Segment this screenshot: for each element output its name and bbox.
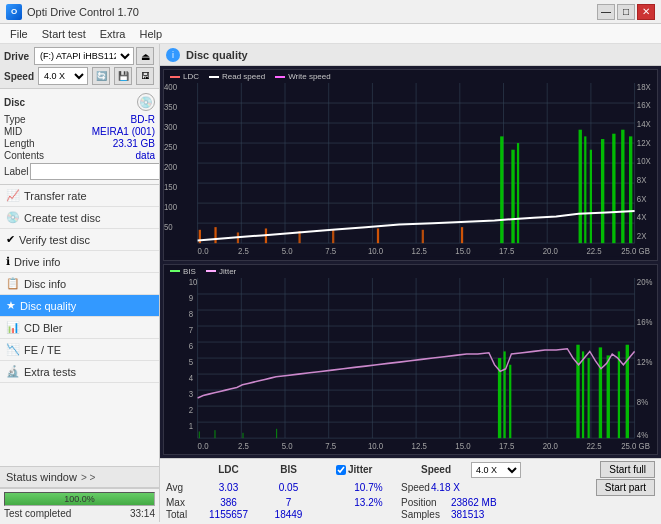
speed-label: Speed: [401, 482, 431, 493]
sidebar: Drive (F:) ATAPI iHBS112 2 CL0K ⏏ Speed …: [0, 44, 160, 522]
chart1-legend: LDC Read speed Write speed: [164, 70, 657, 83]
svg-rect-54: [621, 130, 624, 243]
disc-quality-icon: ★: [6, 299, 16, 312]
status-window-button[interactable]: Status window > >: [0, 467, 159, 488]
total-bis: 18449: [261, 509, 316, 520]
disc-quality-title: Disc quality: [186, 49, 248, 61]
svg-rect-105: [503, 351, 505, 438]
speed-select[interactable]: 4.0 X: [38, 67, 88, 85]
samples-value: 381513: [451, 509, 484, 520]
disc-label-label: Label: [4, 166, 28, 177]
svg-text:8X: 8X: [637, 174, 647, 185]
sidebar-disc-info-label: Disc info: [24, 278, 66, 290]
bis-legend-color: [170, 270, 180, 272]
max-label: Max: [166, 497, 196, 508]
menu-file[interactable]: File: [4, 27, 34, 41]
sidebar-transfer-rate-label: Transfer rate: [24, 190, 87, 202]
svg-text:16X: 16X: [637, 100, 651, 111]
close-button[interactable]: ✕: [637, 4, 655, 20]
maximize-button[interactable]: □: [617, 4, 635, 20]
svg-text:14X: 14X: [637, 118, 651, 129]
start-part-button[interactable]: Start part: [596, 479, 655, 496]
sidebar-item-disc-quality[interactable]: ★ Disc quality: [0, 295, 159, 317]
sidebar-item-fe-te[interactable]: 📉 FE / TE: [0, 339, 159, 361]
extra-tests-icon: 🔬: [6, 365, 20, 378]
ldc-col-header: LDC: [196, 464, 261, 475]
menu-extra[interactable]: Extra: [94, 27, 132, 41]
svg-text:350: 350: [164, 101, 177, 112]
sidebar-item-create-test-disc[interactable]: 💿 Create test disc: [0, 207, 159, 229]
svg-text:4: 4: [189, 372, 194, 383]
svg-rect-38: [214, 227, 216, 243]
svg-text:15.0: 15.0: [455, 245, 470, 256]
read-speed-legend-label: Read speed: [222, 72, 265, 81]
sidebar-item-transfer-rate[interactable]: 📈 Transfer rate: [0, 185, 159, 207]
stats-bar: LDC BIS Jitter Speed 4.0 X Start full Av…: [160, 458, 661, 522]
svg-text:8: 8: [189, 308, 194, 319]
avg-label: Avg: [166, 482, 196, 493]
svg-text:10.0: 10.0: [368, 245, 383, 256]
disc-mid-value: MEIRA1 (001): [92, 126, 155, 137]
svg-text:17.5: 17.5: [499, 245, 514, 256]
speed-icon-2[interactable]: 💾: [114, 67, 132, 85]
disc-panel: Disc 💿 Type BD-R MID MEIRA1 (001) Length…: [0, 89, 159, 185]
progress-time: 33:14: [130, 508, 155, 519]
menubar: File Start test Extra Help: [0, 24, 661, 44]
svg-text:2: 2: [189, 404, 194, 415]
svg-text:5.0: 5.0: [282, 245, 293, 256]
svg-rect-112: [618, 351, 620, 438]
titlebar: O Opti Drive Control 1.70 — □ ✕: [0, 0, 661, 24]
svg-text:200: 200: [164, 161, 177, 172]
sidebar-item-disc-info[interactable]: 📋 Disc info: [0, 273, 159, 295]
bis-col-header: BIS: [261, 464, 316, 475]
svg-text:7.5: 7.5: [325, 245, 336, 256]
svg-text:100: 100: [164, 201, 177, 212]
sidebar-item-drive-info[interactable]: ℹ Drive info: [0, 251, 159, 273]
max-bis: 7: [261, 497, 316, 508]
menu-starttest[interactable]: Start test: [36, 27, 92, 41]
svg-rect-107: [576, 344, 579, 437]
svg-text:10.0: 10.0: [368, 440, 383, 451]
disc-mid-label: MID: [4, 126, 22, 137]
sidebar-item-extra-tests[interactable]: 🔬 Extra tests: [0, 361, 159, 383]
svg-rect-45: [461, 227, 463, 243]
svg-rect-109: [588, 358, 590, 438]
app-title: Opti Drive Control 1.70: [27, 6, 139, 18]
jitter-col-header: Jitter: [336, 464, 401, 475]
minimize-button[interactable]: —: [597, 4, 615, 20]
sidebar-cd-bler-label: CD Bler: [24, 322, 63, 334]
avg-bis: 0.05: [261, 482, 316, 493]
svg-rect-116: [242, 432, 243, 437]
svg-text:12.5: 12.5: [412, 245, 427, 256]
chart1-svg: 400 350 300 250 200 150 100 50 18X 16X 1…: [164, 83, 657, 257]
svg-text:250: 250: [164, 141, 177, 152]
svg-text:300: 300: [164, 121, 177, 132]
speed-stat-select[interactable]: 4.0 X: [471, 462, 521, 478]
svg-rect-117: [276, 428, 277, 437]
sidebar-item-cd-bler[interactable]: 📊 CD Bler: [0, 317, 159, 339]
position-value: 23862 MB: [451, 497, 497, 508]
jitter-checkbox[interactable]: [336, 465, 346, 475]
samples-label: Samples: [401, 509, 451, 520]
start-full-button[interactable]: Start full: [600, 461, 655, 478]
speed-icon-3[interactable]: 🖫: [136, 67, 154, 85]
speed-icon-1[interactable]: 🔄: [92, 67, 110, 85]
svg-text:50: 50: [164, 221, 173, 232]
svg-text:7: 7: [189, 324, 194, 335]
disc-label-input[interactable]: [30, 163, 160, 180]
svg-text:25.0 GB: 25.0 GB: [621, 245, 650, 256]
svg-rect-44: [422, 230, 424, 243]
drive-select[interactable]: (F:) ATAPI iHBS112 2 CL0K: [34, 47, 134, 65]
svg-text:20%: 20%: [637, 278, 653, 287]
svg-rect-114: [199, 431, 200, 438]
sidebar-item-verify-test-disc[interactable]: ✔ Verify test disc: [0, 229, 159, 251]
progress-percent: 100.0%: [64, 494, 95, 504]
svg-text:400: 400: [164, 83, 177, 92]
drive-eject-button[interactable]: ⏏: [136, 47, 154, 65]
avg-ldc: 3.03: [196, 482, 261, 493]
disc-info-icon: 📋: [6, 277, 20, 290]
ldc-legend-label: LDC: [183, 72, 199, 81]
svg-text:10X: 10X: [637, 156, 651, 167]
menu-help[interactable]: Help: [133, 27, 168, 41]
svg-rect-55: [629, 136, 632, 243]
